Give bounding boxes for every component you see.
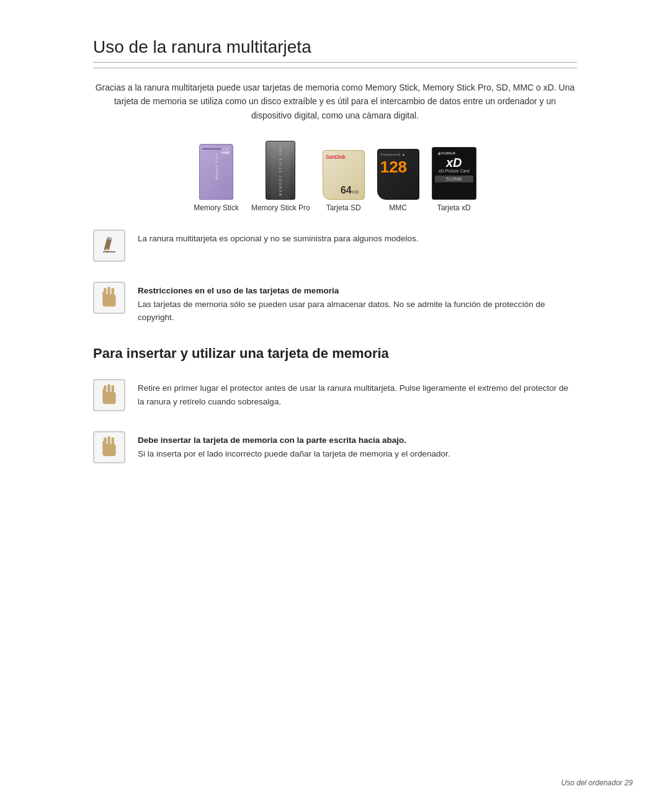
mmc-card-item: Transcend ▲ 128 MMC (377, 149, 419, 212)
mmc-card-label: MMC (389, 203, 407, 212)
memory-stick-pro-item: MEMORY STICK PRO Memory Stick Pro (251, 141, 310, 212)
hand-icon (93, 282, 125, 314)
section2-hand2-svg (98, 433, 120, 462)
page-footer: Uso del ordenador 29 (561, 779, 633, 787)
section2-note2-text: Si la inserta por el lado incorrecto pue… (138, 449, 450, 458)
section2-note1-section: Retire en primer lugar el protector ante… (93, 377, 577, 414)
section2-note2-section: Debe insertar la tarjeta de memoria con … (93, 429, 577, 466)
xd-card-item: 🖨 FUJIFILM xD xD-Picture Card 512MB Tarj… (432, 147, 476, 212)
svg-rect-17 (112, 437, 114, 446)
mmc-card-image: Transcend ▲ 128 (377, 149, 419, 200)
section2-note1-text: Retire en primer lugar el protector ante… (138, 379, 577, 408)
xd-card-image: 🖨 FUJIFILM xD xD-Picture Card 512MB (432, 147, 476, 200)
intro-paragraph: Gracias a la ranura multitarjeta puede u… (93, 81, 577, 122)
svg-rect-11 (107, 384, 110, 394)
svg-rect-7 (112, 288, 114, 297)
svg-rect-16 (107, 436, 110, 446)
memory-stick-pro-card: MEMORY STICK PRO (266, 141, 295, 200)
memory-stick-pro-image: MEMORY STICK PRO (266, 141, 295, 200)
section2-note2-content: Debe insertar la tarjeta de memoria con … (138, 431, 577, 460)
note1-text: La ranura multitarjeta es opcional y no … (138, 230, 577, 246)
title-divider (93, 68, 577, 68)
hand-svg (98, 283, 120, 312)
memory-stick-item: SONY64MB Memory Stick Memory Stick (194, 144, 239, 212)
note-pencil-section: La ranura multitarjeta es opcional y no … (93, 227, 577, 264)
sd-card-label: Tarjeta SD (326, 203, 361, 212)
pencil-svg (99, 236, 119, 256)
svg-rect-13 (102, 388, 105, 395)
svg-rect-12 (112, 385, 114, 394)
sd-card-image: SanDisk 64MB (323, 150, 365, 200)
sd-card-item: SanDisk 64MB Tarjeta SD (323, 150, 365, 212)
svg-rect-6 (107, 287, 110, 297)
page-title: Uso de la ranura multitarjeta (93, 37, 577, 63)
section2-title: Para insertar y utilizar una tarjeta de … (93, 346, 577, 362)
memory-stick-label: Memory Stick (194, 203, 239, 212)
pencil-icon (93, 230, 125, 262)
memory-stick-pro-label: Memory Stick Pro (251, 203, 310, 212)
section2-hand2-icon (93, 431, 125, 463)
note2-content: Restricciones en el uso de las tarjetas … (138, 282, 577, 324)
note2-title: Restricciones en el uso de las tarjetas … (138, 286, 339, 295)
note2-text: Las tarjetas de memoria sólo se pueden u… (138, 300, 545, 323)
svg-rect-8 (102, 292, 105, 298)
xd-card-label: Tarjeta xD (437, 203, 471, 212)
svg-rect-18 (102, 440, 105, 447)
memory-stick-card: SONY64MB Memory Stick (199, 144, 233, 200)
xd-card-visual: 🖨 FUJIFILM xD xD-Picture Card 512MB (432, 147, 476, 200)
section2-note2-title: Debe insertar la tarjeta de memoria con … (138, 435, 406, 445)
sd-card-visual: SanDisk 64MB (323, 150, 365, 200)
mmc-card-visual: Transcend ▲ 128 (377, 149, 419, 200)
note-hand-section: Restricciones en el uso de las tarjetas … (93, 279, 577, 327)
section2-hand1-icon (93, 379, 125, 411)
memory-cards-row: SONY64MB Memory Stick Memory Stick MEMOR… (93, 141, 577, 212)
memory-stick-image: SONY64MB Memory Stick (199, 144, 233, 200)
section2-hand1-svg (98, 381, 120, 409)
